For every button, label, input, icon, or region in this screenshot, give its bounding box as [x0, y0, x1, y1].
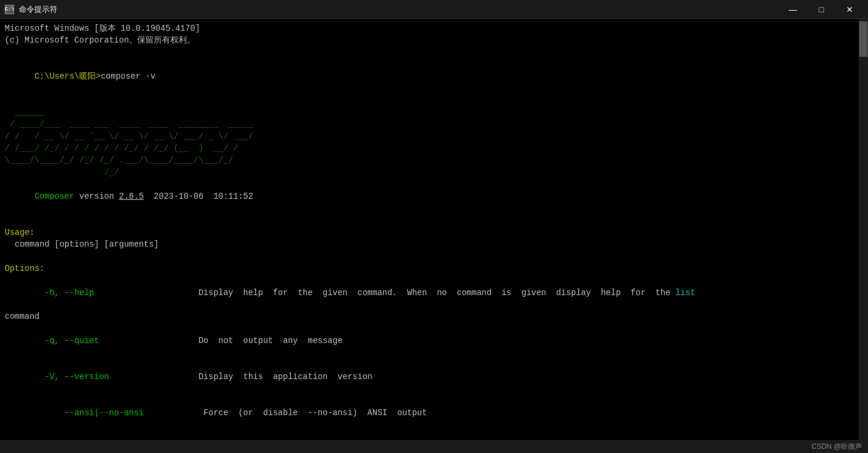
quiet-line: -q, --quiet Do not output any message [5, 322, 863, 358]
quiet-desc: Do not output any message [99, 336, 343, 345]
ascii-art: ______ / ____/___ ____ ___ ____ ____ ___… [5, 106, 863, 179]
usage-label: Usage: [5, 226, 863, 238]
help-flag: -h, --help [34, 288, 94, 297]
nointeract-line: -n, --no-interaction Do not ask any inte… [5, 431, 863, 440]
composer-label: Composer [34, 192, 74, 201]
title-bar-left: C:\ 命令提示符 [5, 4, 57, 15]
version-desc: Display this application version [109, 372, 372, 381]
prompt-line: C:\Users\暖阳>composer -v [5, 59, 863, 95]
ansi-desc: Force (or disable --no-ansi) ANSI output [144, 408, 427, 418]
ansi-flag: --ansi|--no-ansi [34, 408, 144, 418]
usage-cmd: command [options] [arguments] [5, 238, 863, 250]
terminal-content[interactable]: Microsoft Windows [版本 10.0.19045.4170] (… [0, 19, 868, 440]
prompt-cmd: composer -v [101, 72, 155, 81]
blank-line1 [5, 47, 863, 59]
composer-version: version 2.6.5 2023-10-06 10:11:52 [75, 192, 253, 201]
bottom-bar: CSDN @听微声 [0, 440, 868, 453]
cmd-window: C:\ 命令提示符 — □ ✕ Microsoft Windows [版本 10… [0, 0, 868, 453]
prompt-text: C:\Users\暖阳> [34, 72, 101, 81]
bottom-text: CSDN @听微声 [811, 442, 862, 452]
quiet-flag: -q, --quiet [34, 336, 99, 345]
version-flag: -V, --version [34, 372, 109, 381]
version-line: -V, --version Display this application v… [5, 358, 863, 394]
minimize-button[interactable]: — [779, 0, 807, 19]
composer-version-line: Composer version 2.6.5 2023-10-06 10:11:… [5, 179, 863, 215]
help-line: -h, --help Display help for the given co… [5, 274, 863, 310]
options-label: Options: [5, 263, 863, 274]
system-info-line1: Microsoft Windows [版本 10.0.19045.4170] [5, 22, 863, 34]
help-cmd-line: command [5, 310, 863, 322]
maximize-button[interactable]: □ [808, 0, 835, 19]
ansi-line: --ansi|--no-ansi Force (or disable --no-… [5, 394, 863, 431]
title-bar: C:\ 命令提示符 — □ ✕ [0, 0, 868, 19]
blank-line4 [5, 251, 863, 263]
blank-line3 [5, 215, 863, 226]
help-link: list [675, 288, 695, 297]
blank-line2 [5, 95, 863, 106]
window-controls: — □ ✕ [779, 0, 863, 19]
help-desc: Display help for the given command. When… [94, 288, 675, 297]
close-button[interactable]: ✕ [836, 0, 863, 19]
system-info-line2: (c) Microsoft Corporation。保留所有权利。 [5, 34, 863, 46]
scrollbar-thumb[interactable] [859, 21, 867, 57]
scrollbar[interactable] [859, 19, 868, 440]
cmd-icon: C:\ [5, 5, 14, 14]
window-title: 命令提示符 [19, 4, 57, 15]
